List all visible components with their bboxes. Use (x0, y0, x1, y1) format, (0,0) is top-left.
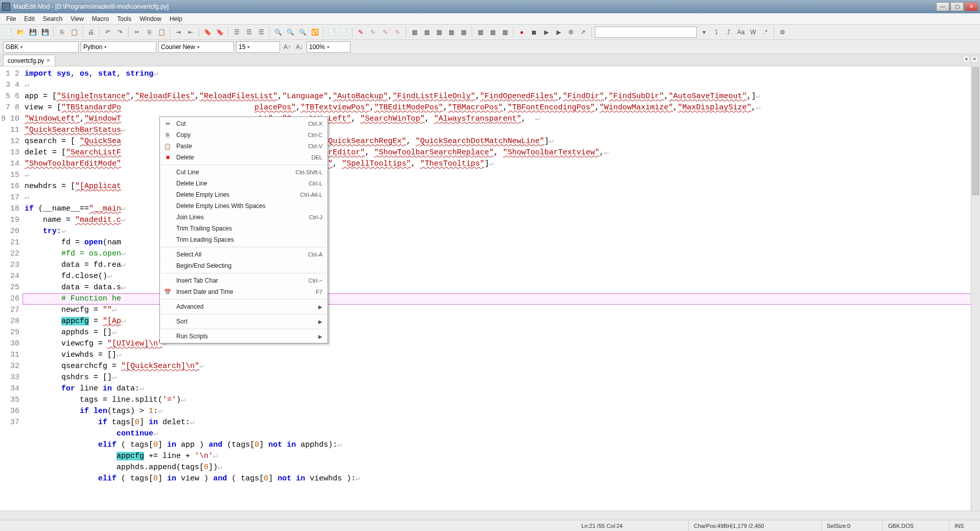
view4-icon[interactable]: ▦ (446, 27, 456, 37)
menu-item-trim-trailing-spaces[interactable]: Trim Trailing Spaces (160, 223, 328, 234)
open-icon[interactable]: 📂 (15, 27, 26, 37)
record-icon[interactable]: ● (517, 27, 527, 37)
tab-dropdown-icon[interactable]: ▾ (963, 56, 970, 63)
menu-help[interactable]: Help (166, 14, 186, 24)
outdent-icon[interactable]: ⇤ (185, 27, 196, 37)
settings-icon[interactable]: ⚙ (777, 27, 787, 37)
menu-item-insert-date-and-time[interactable]: 📅Insert Date and TimeF7 (160, 286, 328, 297)
view3-icon[interactable]: ▦ (434, 27, 444, 37)
play-icon[interactable]: ▶ (541, 27, 551, 37)
list3-icon[interactable]: ☰ (256, 27, 266, 37)
menu-item-run-scripts[interactable]: Run Scripts▶ (160, 331, 328, 342)
menu-item-copy[interactable]: ⎘CopyCtrl-C (160, 129, 328, 141)
close-button[interactable]: ✕ (965, 2, 978, 11)
encoding-combo[interactable]: GBK▾ (3, 41, 79, 53)
play2-icon[interactable]: ▶ (553, 27, 564, 37)
menu-item-begin-end-selecting[interactable]: Begin/End Selecting (160, 260, 328, 271)
marker3-icon[interactable]: ✎ (392, 27, 403, 37)
separator (774, 27, 774, 37)
marker-icon[interactable]: ✎ (368, 27, 378, 37)
menu-edit[interactable]: Edit (20, 14, 39, 24)
chevron-down-icon: ▾ (20, 44, 23, 50)
menu-item-delete-empty-lines-with-spaces[interactable]: Delete Empty Lines With Spaces (160, 200, 328, 212)
menu-item-delete-line[interactable]: Delete LineCtrl-L (160, 178, 328, 189)
indent-icon[interactable]: ⇥ (173, 27, 183, 37)
undo-icon[interactable]: ↶ (103, 27, 113, 37)
word-icon[interactable]: W (748, 27, 758, 37)
new-icon[interactable]: 📄 (3, 27, 13, 37)
menu-item-insert-tab-char[interactable]: Insert Tab CharCtrl-~ (160, 275, 328, 286)
save-all-icon[interactable]: 💾 (40, 27, 50, 37)
menu-item-select-all[interactable]: Select AllCtrl-A (160, 249, 328, 260)
menu-item-join-lines[interactable]: Join LinesCtrl-J (160, 212, 328, 223)
maximize-button[interactable]: ▢ (950, 2, 964, 11)
list2-icon[interactable]: ☰ (244, 27, 254, 37)
regex-icon[interactable]: .* (760, 27, 771, 37)
bookmark2-icon[interactable]: 🔖 (215, 27, 225, 37)
vertical-scrollbar[interactable] (971, 66, 980, 511)
paste2-icon[interactable]: 📋 (156, 27, 167, 37)
horizontal-scrollbar[interactable] (0, 511, 980, 520)
marker-red-icon[interactable]: ✎ (356, 27, 366, 37)
copy2-icon[interactable]: ⎘ (144, 27, 154, 37)
findnext-icon[interactable]: 🔍 (285, 27, 295, 37)
menu-macro[interactable]: Macro (88, 14, 113, 24)
popout-icon[interactable]: ↗ (578, 27, 588, 37)
language-combo[interactable]: Python▾ (81, 41, 156, 53)
line-gutter: 1 2 3 4 5 6 7 8 9 10 11 12 13 14 15 16 1… (0, 66, 22, 511)
view1-icon[interactable]: ▦ (409, 27, 419, 37)
grid1-icon[interactable]: ▦ (475, 27, 485, 37)
marker2-icon[interactable]: ✎ (380, 27, 390, 37)
view5-icon[interactable]: ▦ (458, 27, 469, 37)
menu-tools[interactable]: Tools (113, 14, 135, 24)
fontsize-combo[interactable]: 15▾ (236, 41, 280, 53)
view2-icon[interactable]: ▦ (422, 27, 432, 37)
menu-item-cut[interactable]: ✂CutCtrl-X (160, 118, 328, 129)
search-go-icon[interactable]: ⤵ (711, 27, 721, 37)
font-combo[interactable]: Courier New▾ (158, 41, 234, 53)
redo-icon[interactable]: ↷ (115, 27, 125, 37)
tab-close-all-icon[interactable]: ✕ (971, 56, 978, 63)
menu-search[interactable]: Search (39, 14, 66, 24)
scrollbar-thumb[interactable] (972, 67, 979, 195)
encoding-value: GBK (6, 43, 18, 51)
paste-icon[interactable]: 📋 (69, 27, 79, 37)
file-tab[interactable]: convertcfg.py ✕ (3, 55, 55, 66)
search-input[interactable] (595, 27, 697, 38)
font-inc-icon[interactable]: A↑ (282, 42, 292, 52)
editor[interactable]: 1 2 3 4 5 6 7 8 9 10 11 12 13 14 15 16 1… (0, 66, 980, 511)
find-icon[interactable]: 🔍 (273, 27, 283, 37)
search-down-icon[interactable]: ▾ (699, 27, 709, 37)
menu-view[interactable]: View (66, 14, 88, 24)
case-icon[interactable]: Aa (736, 27, 746, 37)
copy-icon[interactable]: ⎘ (57, 27, 67, 37)
print-icon[interactable]: 🖨 (86, 27, 96, 37)
tab-close-icon[interactable]: ✕ (46, 57, 51, 64)
stop-icon[interactable]: ◼ (529, 27, 539, 37)
search-up-icon[interactable]: ⤴ (724, 27, 734, 37)
menu-item-advanced[interactable]: Advanced▶ (160, 301, 328, 312)
menu-item-delete[interactable]: ✖DeleteDEL (160, 152, 328, 163)
save-icon[interactable]: 💾 (28, 27, 38, 37)
menu-file[interactable]: File (2, 14, 20, 24)
menu-item-cut-line[interactable]: Cut LineCtrl-Shift-L (160, 167, 328, 178)
grid2-icon[interactable]: ▦ (487, 27, 498, 37)
font-dec-icon[interactable]: A↓ (294, 42, 305, 52)
doc-icon[interactable]: 📄 (326, 27, 337, 37)
cut-icon[interactable]: ✂ (132, 27, 142, 37)
menu-item-paste[interactable]: 📋PasteCtrl-V (160, 141, 328, 152)
menu-item-trim-leading-spaces[interactable]: Trim Leading Spaces (160, 234, 328, 245)
doc2-icon[interactable]: 📄 (339, 27, 349, 37)
menu-window[interactable]: Window (135, 14, 166, 24)
menu-item-sort[interactable]: Sort▶ (160, 316, 328, 327)
list-icon[interactable]: ☰ (231, 27, 242, 37)
menu-item-delete-empty-lines[interactable]: Delete Empty LinesCtrl-Alt-L (160, 189, 328, 200)
findprev-icon[interactable]: 🔍 (297, 27, 308, 37)
minimize-button[interactable]: — (936, 2, 949, 11)
zoom-combo[interactable]: 100%▾ (307, 41, 351, 53)
macro-icon[interactable]: ⚙ (566, 27, 576, 37)
chevron-down-icon: ▾ (197, 44, 200, 50)
grid3-icon[interactable]: ▦ (500, 27, 510, 37)
bookmark-icon[interactable]: 🔖 (202, 27, 213, 37)
replace-icon[interactable]: 🔁 (310, 27, 320, 37)
